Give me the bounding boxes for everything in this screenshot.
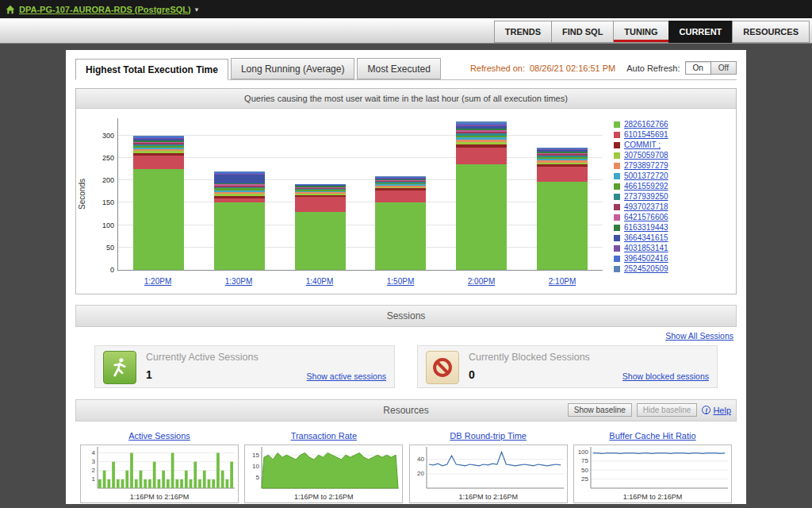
transaction-rate-link[interactable]: Transaction Rate	[291, 431, 357, 441]
svg-text:25: 25	[581, 475, 588, 483]
legend-item: 6163319443	[614, 223, 730, 232]
x-range-label: 1:16PM to 2:16PM	[81, 493, 238, 502]
legend-link[interactable]: 2793897279	[624, 161, 668, 170]
stacked-bar-1:50PM[interactable]	[375, 176, 426, 270]
bar-segment[interactable]	[456, 148, 507, 164]
nav-tab-resources[interactable]: RESOURCES	[732, 21, 810, 43]
active-sessions-link[interactable]: Active Sessions	[128, 431, 190, 441]
stacked-bar-1:40PM[interactable]	[295, 184, 346, 270]
svg-text:2: 2	[92, 467, 96, 474]
show-baseline-button[interactable]: Show baseline	[568, 403, 632, 417]
subtab-row: Highest Total Execution TimeLong Running…	[75, 56, 737, 80]
resource-chart-title: Transaction Rate	[244, 428, 403, 442]
legend-link[interactable]: 2737939250	[624, 192, 668, 201]
stacked-bar-2:00PM[interactable]	[456, 121, 507, 270]
bar-segment[interactable]	[456, 164, 507, 270]
bar-segment[interactable]	[537, 182, 588, 270]
sessions-cards: Currently Active Sessions 1 Show active …	[75, 345, 737, 388]
bar-segment[interactable]	[214, 175, 265, 183]
subtab-long-running-average-[interactable]: Long Running (Average)	[231, 58, 355, 79]
bar-segment[interactable]	[133, 169, 184, 270]
main-panel: Highest Total Execution TimeLong Running…	[66, 50, 746, 504]
legend-item: 4937023718	[614, 202, 730, 211]
time-link-2:10PM[interactable]: 2:10PM	[549, 277, 576, 286]
legend-link[interactable]: 6163319443	[624, 223, 668, 232]
database-selector[interactable]: DPA-PG-107-AURORA-RDS (PostgreSQL)	[19, 5, 191, 14]
nav-tab-current[interactable]: CURRENT	[668, 21, 733, 43]
nav-tab-find-sql[interactable]: FIND SQL	[551, 21, 614, 43]
time-link-1:30PM[interactable]: 1:30PM	[225, 277, 252, 286]
legend-link[interactable]: 3664341615	[624, 233, 668, 242]
legend-item: 3664341615	[614, 233, 730, 242]
chart-title: Queries causing the most user wait time …	[76, 89, 736, 109]
bar-segment[interactable]	[375, 190, 426, 203]
svg-text:50: 50	[581, 467, 588, 474]
show-active-sessions-link[interactable]: Show active sessions	[307, 371, 386, 381]
legend-swatch	[614, 266, 620, 272]
mini-chart-box: 20401:16PM to 2:16PM	[409, 444, 568, 503]
bar-segment[interactable]	[214, 202, 265, 270]
help-link[interactable]: i Help	[702, 406, 731, 415]
mini-chart-svg: 1234	[81, 445, 236, 490]
subtabs: Highest Total Execution TimeLong Running…	[75, 58, 443, 79]
stacked-bar-1:30PM[interactable]	[214, 171, 265, 270]
mini-chart-svg: 2040	[410, 445, 565, 490]
legend-swatch	[614, 204, 620, 210]
time-link-1:50PM[interactable]: 1:50PM	[387, 277, 414, 286]
legend-link[interactable]: 2826162766	[624, 120, 668, 129]
auto-refresh-off-button[interactable]: Off	[710, 61, 737, 75]
resource-chart-active-sessions: Active Sessions12341:16PM to 2:16PM	[80, 428, 239, 503]
nav-tab-tuning[interactable]: TUNING	[613, 21, 668, 43]
show-all-sessions-link[interactable]: Show All Sessions	[665, 331, 733, 341]
legend-link[interactable]: 6421576606	[624, 213, 668, 221]
resource-chart-db-round-trip-time: DB Round-trip Time20401:16PM to 2:16PM	[409, 428, 568, 503]
stacked-bar-1:20PM[interactable]	[133, 136, 184, 270]
legend-link[interactable]: 2524520509	[624, 264, 668, 273]
legend-item: 2524520509	[614, 264, 730, 273]
auto-refresh-label: Auto Refresh:	[626, 64, 680, 73]
page-background: Highest Total Execution TimeLong Running…	[0, 44, 812, 508]
bar-segment[interactable]	[295, 197, 346, 212]
show-blocked-sessions-link[interactable]: Show blocked sessions	[622, 371, 709, 381]
y-tick-label: 0	[93, 266, 114, 274]
resource-chart-title: DB Round-trip Time	[409, 428, 568, 442]
x-label-cell: 1:40PM	[294, 273, 345, 287]
legend-link[interactable]: 4661559292	[624, 182, 668, 190]
subtab-highest-total-execution-time[interactable]: Highest Total Execution Time	[75, 59, 228, 80]
legend-link[interactable]: 4937023718	[624, 202, 668, 211]
hide-baseline-button[interactable]: Hide baseline	[637, 403, 698, 417]
nav-tab-trends[interactable]: TRENDS	[494, 21, 552, 43]
legend-link[interactable]: 3075059708	[624, 151, 668, 160]
legend-link[interactable]: COMMIT ;	[624, 140, 661, 149]
svg-text:4: 4	[92, 449, 96, 456]
time-link-1:40PM[interactable]: 1:40PM	[306, 277, 333, 286]
db-round-trip-time-link[interactable]: DB Round-trip Time	[450, 431, 527, 441]
bar-segment[interactable]	[537, 167, 588, 182]
subtab-most-executed[interactable]: Most Executed	[357, 58, 440, 79]
bar-segment[interactable]	[133, 156, 184, 169]
blocked-sessions-card: Currently Blocked Sessions 0 Show blocke…	[417, 345, 718, 388]
legend-link[interactable]: 3964502416	[624, 254, 668, 263]
resource-chart-title: Active Sessions	[80, 428, 239, 442]
resources-header-label: Resources	[383, 405, 428, 416]
time-link-1:20PM[interactable]: 1:20PM	[144, 277, 171, 286]
buffer-cache-hit-ratio-link[interactable]: Buffer Cache Hit Ratio	[609, 431, 695, 441]
legend-link[interactable]: 5001372720	[624, 171, 668, 180]
bars	[118, 118, 603, 270]
auto-refresh-on-button[interactable]: On	[685, 61, 711, 75]
x-label-cell: 2:10PM	[537, 273, 588, 287]
chevron-down-icon[interactable]: ▾	[195, 6, 199, 13]
stacked-bar-2:10PM[interactable]	[537, 148, 588, 270]
legend-swatch	[614, 225, 620, 231]
legend-link[interactable]: 4031853141	[624, 244, 668, 252]
legend-swatch	[614, 245, 620, 252]
legend-link[interactable]: 6101545691	[624, 130, 668, 139]
legend-swatch	[614, 194, 620, 200]
bar-segment[interactable]	[375, 202, 426, 270]
blocked-sessions-count: 0	[469, 368, 475, 381]
chart-area: Seconds 050100150200250300 1:20PM1:30PM1…	[76, 109, 736, 294]
active-sessions-card: Currently Active Sessions 1 Show active …	[94, 345, 395, 388]
time-link-2:00PM[interactable]: 2:00PM	[468, 277, 495, 286]
bar-segment[interactable]	[295, 212, 346, 270]
svg-text:75: 75	[581, 457, 588, 464]
